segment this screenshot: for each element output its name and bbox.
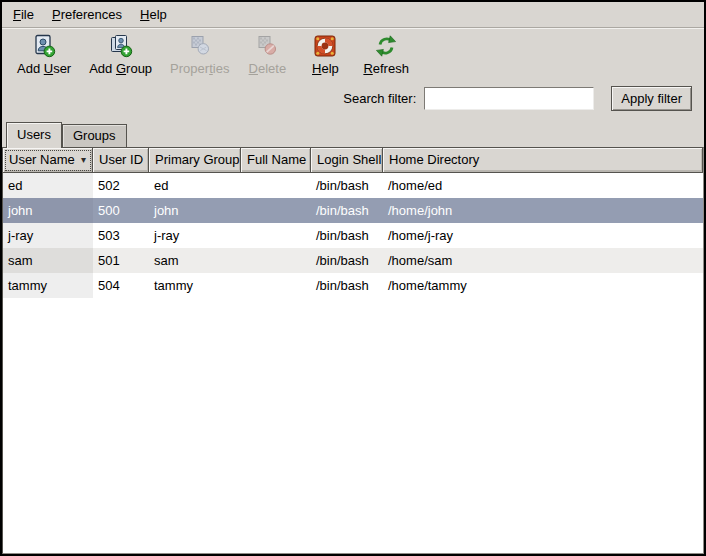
cell-primary-group: sam: [149, 248, 241, 273]
user-manager-window: File Preferences Help Add User: [0, 0, 706, 556]
cell-user-id: 502: [93, 173, 149, 198]
cell-home-directory: /home/tammy: [383, 273, 703, 298]
refresh-icon: [374, 34, 398, 58]
cell-primary-group: ed: [149, 173, 241, 198]
add-user-icon: [32, 34, 56, 58]
cell-user-name: sam: [3, 248, 93, 273]
properties-label: Properties: [170, 61, 229, 76]
tab-groups[interactable]: Groups: [62, 124, 127, 147]
cell-home-directory: /home/j-ray: [383, 223, 703, 248]
menu-file[interactable]: File: [4, 3, 43, 26]
add-user-button[interactable]: Add User: [8, 32, 80, 78]
cell-login-shell: /bin/bash: [311, 273, 383, 298]
toolbar: Add User Add Group: [2, 28, 704, 82]
cell-login-shell: /bin/bash: [311, 173, 383, 198]
table-body: ed 502 ed /bin/bash /home/ed john 500 jo…: [3, 173, 703, 553]
cell-user-id: 501: [93, 248, 149, 273]
table-empty-area[interactable]: [3, 298, 703, 553]
cell-primary-group: j-ray: [149, 223, 241, 248]
delete-button: Delete: [238, 32, 296, 78]
cell-login-shell: /bin/bash: [311, 198, 383, 223]
cell-full-name: [241, 173, 311, 198]
search-filter-label: Search filter:: [343, 91, 416, 106]
users-table: User Name▾ User ID Primary Group Full Na…: [2, 147, 704, 554]
cell-primary-group: john: [149, 198, 241, 223]
notebook-tabs: Users Groups: [2, 114, 704, 147]
cell-full-name: [241, 248, 311, 273]
cell-primary-group: tammy: [149, 273, 241, 298]
apply-filter-button[interactable]: Apply filter: [611, 86, 692, 111]
column-header-primary-group[interactable]: Primary Group: [149, 148, 241, 173]
help-icon: [313, 34, 337, 58]
search-filter-input[interactable]: [424, 87, 594, 110]
cell-full-name: [241, 198, 311, 223]
menu-bar: File Preferences Help: [2, 2, 704, 28]
delete-icon: [255, 34, 279, 58]
menu-help[interactable]: Help: [131, 3, 176, 26]
add-user-label: Add User: [17, 61, 71, 76]
cell-user-name: tammy: [3, 273, 93, 298]
table-row[interactable]: j-ray 503 j-ray /bin/bash /home/j-ray: [3, 223, 703, 248]
table-row[interactable]: ed 502 ed /bin/bash /home/ed: [3, 173, 703, 198]
properties-button: Properties: [161, 32, 238, 78]
delete-label: Delete: [249, 61, 287, 76]
cell-home-directory: /home/sam: [383, 248, 703, 273]
cell-login-shell: /bin/bash: [311, 248, 383, 273]
help-button[interactable]: Help: [296, 32, 354, 78]
add-group-label: Add Group: [89, 61, 152, 76]
column-header-full-name[interactable]: Full Name: [241, 148, 311, 173]
column-header-user-name[interactable]: User Name▾: [3, 148, 93, 173]
cell-user-id: 504: [93, 273, 149, 298]
cell-home-directory: /home/john: [383, 198, 703, 223]
tab-users[interactable]: Users: [6, 122, 62, 148]
properties-icon: [188, 34, 212, 58]
add-group-button[interactable]: Add Group: [80, 32, 161, 78]
menu-preferences[interactable]: Preferences: [43, 3, 131, 26]
help-label: Help: [312, 61, 339, 76]
table-row[interactable]: john 500 john /bin/bash /home/john: [3, 198, 703, 223]
search-filter-bar: Search filter: Apply filter: [2, 82, 704, 114]
table-header: User Name▾ User ID Primary Group Full Na…: [3, 148, 703, 173]
cell-full-name: [241, 223, 311, 248]
add-group-icon: [109, 34, 133, 58]
cell-user-id: 500: [93, 198, 149, 223]
table-row[interactable]: sam 501 sam /bin/bash /home/sam: [3, 248, 703, 273]
refresh-button[interactable]: Refresh: [354, 32, 418, 78]
cell-login-shell: /bin/bash: [311, 223, 383, 248]
cell-home-directory: /home/ed: [383, 173, 703, 198]
table-row[interactable]: tammy 504 tammy /bin/bash /home/tammy: [3, 273, 703, 298]
column-header-login-shell[interactable]: Login Shell: [311, 148, 383, 173]
cell-user-name: j-ray: [3, 223, 93, 248]
refresh-label: Refresh: [363, 61, 409, 76]
sort-arrow-icon: ▾: [75, 154, 86, 165]
cell-user-name: john: [3, 198, 93, 223]
column-header-home-directory[interactable]: Home Directory: [383, 148, 703, 173]
column-header-user-id[interactable]: User ID: [93, 148, 149, 173]
cell-full-name: [241, 273, 311, 298]
cell-user-name: ed: [3, 173, 93, 198]
cell-user-id: 503: [93, 223, 149, 248]
